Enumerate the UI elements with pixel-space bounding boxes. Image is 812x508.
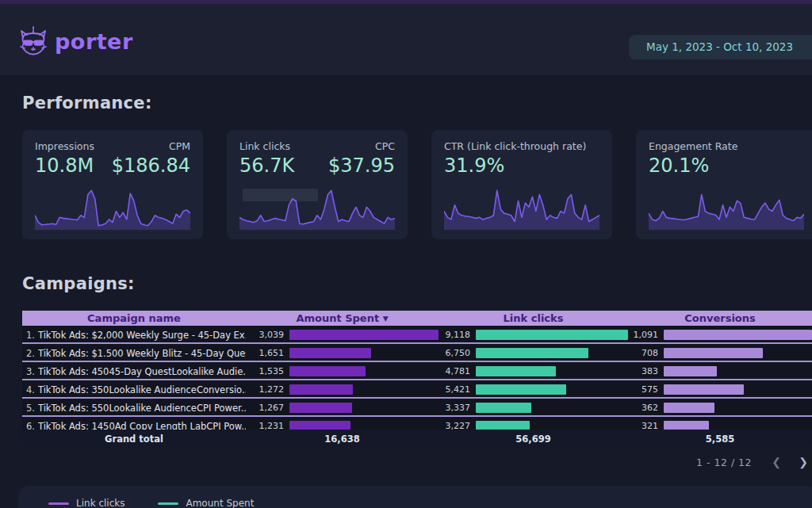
amount-spent-bar: [289, 348, 371, 358]
link-clicks-value: 5,421: [439, 384, 473, 395]
main-content: Performance: Impressions10.8MCPM$186.84L…: [0, 77, 812, 476]
kpi-cards-row: Impressions10.8MCPM$186.84Link clicks56.…: [22, 130, 812, 239]
table-row: 4.TikTok Ads: 350Lookalike AudienceConve…: [22, 380, 812, 399]
kpi-card-metrics: Impressions10.8MCPM$186.84: [35, 140, 190, 177]
row-rank: 1.: [22, 330, 38, 341]
row-rank: 4.: [22, 384, 38, 395]
metric-value: 20.1%: [649, 155, 737, 177]
campaigns-table: Campaign name Amount Spent ▼ Link clicks…: [22, 311, 812, 449]
sparkline-chart: [35, 184, 190, 230]
bottom-chart-card: Link clicksAmount Spent: [18, 486, 812, 508]
legend-label: Amount Spent: [186, 498, 254, 508]
logo[interactable]: porter: [17, 25, 133, 58]
conversions: [661, 344, 812, 362]
legend-swatch: [48, 502, 69, 505]
pagination-prev-icon[interactable]: ❮: [763, 456, 790, 468]
app-header: porter May 1, 2023 - Oct 10, 2023: [0, 4, 812, 77]
primary-metric: Engagement Rate20.1%: [649, 140, 737, 177]
logo-text: porter: [55, 29, 133, 54]
sort-descending-icon: ▼: [383, 315, 389, 323]
column-header-conversions[interactable]: Conversions: [628, 312, 812, 324]
amount-spent-value: 1,267: [246, 403, 286, 413]
amount-spent: [286, 326, 439, 344]
row-rank: 6.: [22, 421, 38, 430]
chart-tooltip-overlay: [243, 189, 318, 201]
conversions-bar: [664, 366, 717, 376]
amount-spent-bar: [289, 421, 350, 430]
kpi-card-engagement-rate: Engagement Rate20.1%: [636, 130, 812, 239]
conversions-value: 575: [628, 384, 661, 395]
pagination-range-label: 1 - 12 / 12: [696, 456, 752, 468]
amount-spent: [286, 380, 439, 399]
column-header-amount-spent[interactable]: Amount Spent ▼: [246, 312, 439, 324]
campaign-name: TikTok Ads: 1450Ad Copy Length LabCPI Po…: [38, 421, 246, 430]
legend-swatch: [158, 502, 178, 505]
grand-total-row: Grand total 16,638 56,699 5,585: [22, 430, 812, 449]
metric-label: CPM: [112, 140, 190, 152]
row-rank: 5.: [22, 403, 38, 414]
primary-metric: Impressions10.8M: [35, 140, 94, 177]
link-clicks-value: 6,750: [439, 348, 473, 358]
secondary-metric: CPM$186.84: [112, 140, 190, 177]
column-header-link-clicks[interactable]: Link clicks: [439, 312, 628, 324]
campaign-name: TikTok Ads: $1.500 Weekly Blitz - 45-Day…: [38, 348, 246, 359]
metric-value: 31.9%: [444, 155, 586, 177]
pagination-next-icon[interactable]: ❯: [790, 456, 812, 468]
kpi-card-link-clicks: Link clicks56.7KCPC$37.95: [227, 130, 408, 239]
table-row: 5.TikTok Ads: 550Lookalike AudienceCPI P…: [22, 399, 812, 417]
conversions: [661, 326, 812, 344]
kpi-card-metrics: CTR (Link click-through rate)31.9%: [444, 140, 599, 177]
campaign-name: TikTok Ads: 350Lookalike AudienceConvers…: [38, 384, 246, 395]
link-clicks: [473, 362, 628, 380]
legend-item-amount-spent[interactable]: Amount Spent: [158, 498, 254, 508]
performance-section-title: Performance:: [22, 77, 812, 113]
legend-item-link-clicks[interactable]: Link clicks: [48, 498, 124, 508]
table-row: 3.TikTok Ads: 45045-Day QuestLookalike A…: [22, 362, 812, 380]
link-clicks-bar: [476, 366, 556, 376]
pagination: 1 - 12 / 12 ❮ ❯: [22, 449, 812, 476]
legend-label: Link clicks: [76, 498, 124, 508]
campaigns-section-title: Campaigns:: [22, 274, 812, 293]
secondary-metric: CPC$37.95: [328, 140, 395, 177]
date-range-picker[interactable]: May 1, 2023 - Oct 10, 2023: [629, 35, 812, 59]
row-rank: 3.: [22, 366, 38, 377]
table-row: 6.TikTok Ads: 1450Ad Copy Length LabCPI …: [22, 417, 812, 430]
column-header-campaign-name[interactable]: Campaign name: [22, 312, 246, 324]
link-clicks-bar: [476, 384, 566, 395]
conversions-bar: [664, 384, 744, 395]
grand-total-link-clicks: 56,699: [439, 434, 628, 445]
kpi-card-impressions: Impressions10.8MCPM$186.84: [22, 130, 203, 239]
sparkline-chart: [649, 184, 804, 230]
grand-total-conversions: 5,585: [628, 434, 812, 445]
amount-spent-bar: [289, 384, 353, 395]
table-header-row: Campaign name Amount Spent ▼ Link clicks…: [22, 311, 812, 326]
amount-spent-value: 1,272: [246, 384, 286, 395]
row-rank: 2.: [22, 348, 38, 359]
kpi-card-metrics: Engagement Rate20.1%: [649, 140, 804, 177]
link-clicks-bar: [476, 348, 588, 358]
link-clicks: [473, 380, 628, 399]
table-row: 1.TikTok Ads: $2,000 Weekly Surge - 45-D…: [22, 326, 812, 344]
amount-spent-value: 1,231: [246, 421, 286, 430]
amount-spent: [286, 417, 439, 430]
amount-spent: [286, 399, 439, 417]
amount-spent-value: 1,651: [246, 348, 286, 358]
metric-value: 56.7K: [239, 155, 294, 177]
conversions-value: 1,091: [628, 330, 661, 340]
link-clicks-bar: [476, 421, 530, 430]
grand-total-amount-spent: 16,638: [246, 434, 439, 445]
sparkline-chart: [444, 184, 599, 230]
metric-label: Impressions: [35, 140, 94, 152]
conversions-value: 362: [628, 403, 661, 413]
porter-cat-icon: [17, 25, 49, 58]
metric-label: CTR (Link click-through rate): [444, 140, 586, 152]
metric-value: $186.84: [112, 155, 190, 177]
link-clicks-bar: [476, 403, 531, 413]
link-clicks: [473, 326, 628, 344]
primary-metric: CTR (Link click-through rate)31.9%: [444, 140, 586, 177]
conversions-bar: [664, 348, 763, 358]
conversions-value: 321: [628, 421, 661, 430]
conversions: [661, 417, 812, 430]
conversions-bar: [664, 403, 714, 413]
link-clicks-value: 3,227: [439, 421, 473, 430]
